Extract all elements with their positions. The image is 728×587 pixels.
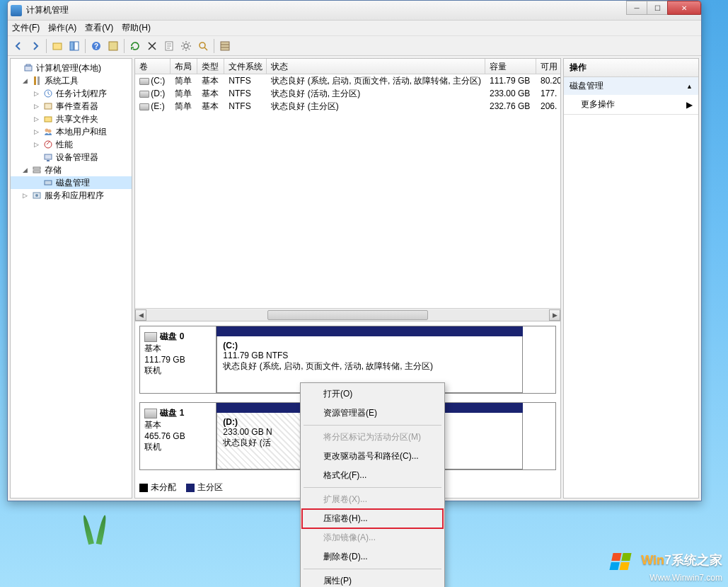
ctx-extend: 扩展卷(X)... [302,490,443,509]
scroll-thumb[interactable] [267,310,428,320]
ctx-delete[interactable]: 删除卷(D)... [302,547,443,566]
actions-group-header[interactable]: 磁盘管理▲ [564,77,698,95]
legend-swatch-unalloc [139,484,148,492]
svg-rect-28 [621,553,631,561]
back-button[interactable] [11,38,26,54]
svg-rect-12 [34,76,36,85]
maximize-button[interactable]: ☐ [647,1,668,15]
close-button[interactable]: ✕ [667,1,701,15]
forward-button[interactable] [28,38,43,54]
tree-root[interactable]: 计算机管理(本地) [11,62,132,74]
tree-task-scheduler[interactable]: ▷任务计划程序 [11,87,132,100]
svg-point-7 [184,44,188,48]
menu-help[interactable]: 帮助(H) [122,22,151,34]
ctx-open[interactable]: 打开(O) [302,384,443,404]
col-free[interactable]: 可用 [536,59,560,74]
tree-services[interactable]: ▷服务和应用程序 [11,189,132,202]
menu-action[interactable]: 操作(A) [48,22,76,34]
svg-rect-5 [109,42,117,50]
col-layout[interactable]: 布局 [171,59,197,74]
ctx-format[interactable]: 格式化(F)... [302,466,443,485]
svg-rect-11 [26,64,30,66]
svg-rect-21 [47,160,50,161]
chevron-up-icon: ▲ [686,83,693,90]
svg-rect-0 [53,43,62,50]
col-capacity[interactable]: 容量 [485,59,536,74]
menu-file[interactable]: 文件(F) [12,22,40,34]
tree-performance[interactable]: ▷性能 [11,138,132,151]
ctx-shrink[interactable]: 压缩卷(H)... [302,509,443,528]
actions-header: 操作 [564,59,698,77]
chevron-right-icon: ▶ [686,100,693,110]
tree-device-manager[interactable]: 设备管理器 [11,151,132,164]
refresh-button[interactable] [127,38,143,54]
menu-view[interactable]: 查看(V) [85,22,113,34]
properties-button[interactable] [161,38,177,54]
ctx-mirror: 添加镜像(A)... [302,528,443,547]
legend-swatch-primary [186,484,195,492]
volume-list: (C:) 简单 基本 NTFS 状态良好 (系统, 启动, 页面文件, 活动, … [135,74,560,113]
volume-row[interactable]: (C:) 简单 基本 NTFS 状态良好 (系统, 启动, 页面文件, 活动, … [135,74,560,87]
tree-storage[interactable]: ◢存储 [11,164,132,176]
svg-point-8 [200,42,205,48]
minimize-button[interactable]: ─ [626,1,647,15]
svg-rect-20 [45,154,52,159]
drive-icon [139,91,149,98]
find-button[interactable] [195,38,211,54]
h-scrollbar[interactable]: ◀ ▶ [135,308,560,321]
help-button[interactable]: ? [88,38,104,54]
list-button[interactable] [217,38,233,54]
toolbar: ? [8,36,701,56]
svg-text:?: ? [94,42,98,50]
svg-rect-9 [221,42,229,50]
col-volume[interactable]: 卷 [135,59,171,74]
drive-icon [139,103,149,110]
col-type[interactable]: 类型 [197,59,224,74]
svg-rect-13 [37,76,40,85]
ctx-explorer[interactable]: 资源管理器(E) [302,404,443,423]
wallpaper-grass [71,509,127,545]
context-menu: 打开(O) 资源管理器(E) 将分区标记为活动分区(M) 更改驱动器号和路径(C… [300,382,445,587]
ctx-change-letter[interactable]: 更改驱动器号和路径(C)... [302,447,443,466]
app-icon [11,5,22,16]
watermark: Win7系统之家 Www.Winwin7.com [609,552,722,583]
svg-rect-15 [45,103,52,109]
volume-row[interactable]: (E:) 简单 基本 NTFS 状态良好 (主分区) 232.76 GB 206… [135,100,560,113]
svg-rect-10 [25,66,32,71]
nav-tree[interactable]: 计算机管理(本地) ◢系统工具 ▷任务计划程序 ▷事件查看器 ▷共享文件夹 ▷本… [10,58,132,498]
col-fs[interactable]: 文件系统 [224,59,267,74]
delete-button[interactable] [144,38,160,54]
volume-row[interactable]: (D:) 简单 基本 NTFS 状态良好 (活动, 主分区) 233.00 GB… [135,87,560,100]
svg-rect-23 [33,171,40,173]
action-more[interactable]: 更多操作▶ [564,95,698,114]
window-buttons: ─ ☐ ✕ [627,1,701,15]
tree-system-tools[interactable]: ◢系统工具 [11,74,132,87]
tree-local-users[interactable]: ▷本地用户和组 [11,125,132,138]
ctx-properties[interactable]: 属性(P) [302,571,443,587]
svg-rect-22 [33,167,40,169]
actions-pane: 操作 磁盘管理▲ 更多操作▶ [563,58,699,498]
svg-rect-24 [45,181,52,185]
titlebar[interactable]: 计算机管理 ─ ☐ ✕ [8,1,701,21]
volume-columns: 卷 布局 类型 文件系统 状态 容量 可用 [135,59,560,74]
svg-rect-30 [619,562,629,570]
menubar: 文件(F) 操作(A) 查看(V) 帮助(H) [8,21,701,36]
view-button[interactable] [105,38,121,54]
svg-point-18 [48,130,52,133]
drive-icon [139,78,149,85]
settings-button[interactable] [178,38,194,54]
tree-shared-folders[interactable]: ▷共享文件夹 [11,113,132,125]
show-hide-button[interactable] [67,38,82,54]
windows-logo-icon [609,552,635,573]
svg-point-26 [35,194,38,197]
disk-0-info[interactable]: 磁盘 0 基本 111.79 GB 联机 [140,326,216,393]
scroll-left-button[interactable]: ◀ [135,309,146,321]
tree-disk-management[interactable]: 磁盘管理 [11,176,132,189]
disk-icon [144,332,157,342]
up-button[interactable] [50,38,65,54]
tree-event-viewer[interactable]: ▷事件查看器 [11,100,132,113]
col-status[interactable]: 状态 [267,59,485,74]
svg-rect-27 [611,553,621,561]
scroll-right-button[interactable]: ▶ [549,309,560,321]
disk-1-info[interactable]: 磁盘 1 基本 465.76 GB 联机 [140,403,216,469]
